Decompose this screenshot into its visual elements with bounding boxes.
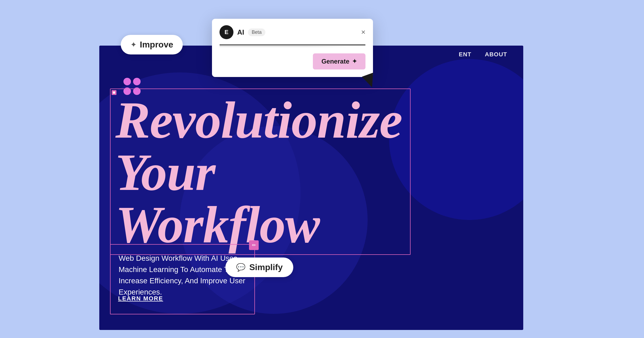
headline-container: RevolutionizeYour Workflow [115, 94, 411, 251]
chat-icon: 💬 [236, 263, 246, 272]
input-underline-light [219, 46, 365, 47]
dialog-input-area [212, 39, 373, 53]
beta-badge: Beta [248, 28, 265, 36]
nav-bar: ENT ABOUT [459, 51, 507, 58]
dot-1 [123, 78, 131, 85]
pencil-icon: ✏ [252, 242, 256, 248]
generate-button[interactable]: Generate ✦ [313, 53, 365, 69]
dot-2 [133, 78, 141, 85]
generate-label: Generate [321, 58, 349, 65]
subtitle-text: Web Design Workflow With AI Uses Machine… [119, 253, 246, 298]
ai-label: AI [237, 28, 244, 36]
simplify-bubble[interactable]: 💬 Simplify [225, 258, 293, 277]
dialog-footer: Generate ✦ [212, 53, 373, 77]
ai-dialog: E AI Beta × Generate ✦ [212, 19, 373, 77]
nav-item-about[interactable]: ABOUT [485, 51, 507, 58]
improve-bubble[interactable]: ✦ Improve [121, 35, 183, 54]
dialog-header: E AI Beta × [212, 19, 373, 39]
elementor-logo: E [219, 25, 233, 39]
learn-more-link[interactable]: LEARN MORE [118, 295, 163, 302]
input-underline [219, 45, 365, 45]
generate-sparkle-icon: ✦ [352, 58, 357, 65]
improve-label: Improve [140, 40, 173, 50]
headline-text: RevolutionizeYour Workflow [115, 94, 411, 251]
close-button[interactable]: × [361, 28, 365, 36]
main-canvas: ENT ABOUT RevolutionizeYour Workflow ✏ W… [99, 46, 523, 330]
nav-item-ent[interactable]: ENT [459, 51, 471, 58]
subtitle-box: ✏ Web Design Workflow With AI Uses Machi… [110, 244, 255, 314]
simplify-label: Simplify [249, 262, 283, 272]
sparkle-icon: ✦ [130, 40, 137, 49]
edit-handle[interactable]: ✏ [249, 240, 259, 250]
